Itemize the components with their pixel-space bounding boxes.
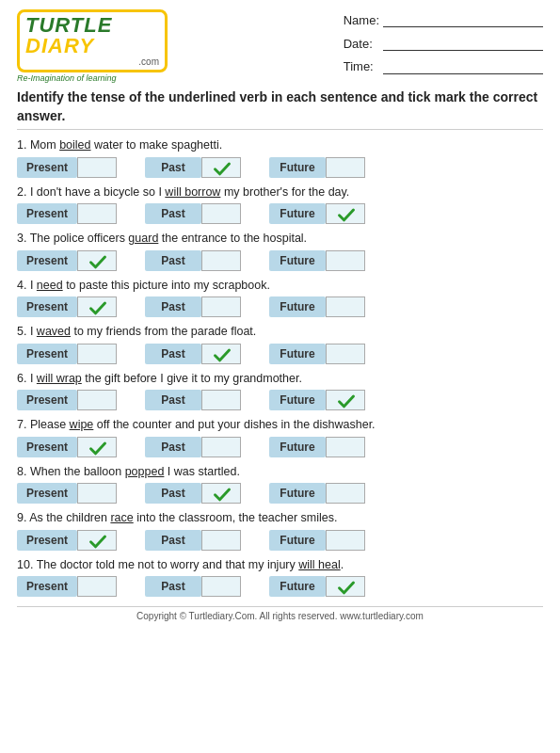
question-1: 1. Mom boiled water to make spaghetti.Pr… — [17, 137, 543, 178]
option-checkbox-future[interactable] — [326, 344, 365, 364]
question-text-3: 3. The police officers guard the entranc… — [17, 231, 543, 248]
option-btn-past[interactable]: Past — [145, 344, 201, 364]
option-checkbox-present[interactable] — [77, 250, 117, 271]
option-checkbox-present[interactable] — [77, 296, 117, 317]
option-group-future: Future — [269, 437, 365, 457]
logo-box: TURTLE DIARY .com — [17, 9, 168, 72]
option-btn-future[interactable]: Future — [269, 250, 326, 271]
option-btn-past[interactable]: Past — [145, 576, 201, 597]
option-btn-past[interactable]: Past — [145, 296, 201, 317]
options-row-10: PresentPastFuture — [17, 576, 543, 597]
option-btn-future[interactable]: Future — [269, 530, 326, 551]
instructions: Identify the tense of the underlined ver… — [17, 88, 543, 130]
option-group-past: Past — [145, 203, 241, 224]
option-checkbox-past[interactable] — [201, 530, 241, 551]
time-label: Time: — [344, 56, 379, 79]
option-checkbox-present[interactable] — [77, 437, 117, 457]
underlined-verb: guard — [128, 232, 158, 245]
options-row-7: PresentPastFuture — [17, 437, 543, 457]
option-btn-future[interactable]: Future — [269, 157, 326, 178]
question-7: 7. Please wipe off the counter and put y… — [17, 417, 543, 457]
option-checkbox-past[interactable] — [201, 344, 241, 364]
checkmark-icon — [327, 204, 366, 225]
option-checkbox-future[interactable] — [326, 296, 365, 317]
option-checkbox-past[interactable] — [201, 576, 241, 597]
option-checkbox-present[interactable] — [77, 576, 117, 597]
option-checkbox-past[interactable] — [201, 296, 241, 317]
option-btn-present[interactable]: Present — [17, 296, 77, 317]
option-checkbox-past[interactable] — [201, 203, 241, 224]
checkmark-icon — [78, 297, 118, 318]
footer: Copyright © Turtlediary.Com. All rights … — [17, 606, 543, 621]
option-checkbox-past[interactable] — [201, 483, 241, 504]
question-8: 8. When the balloon popped I was startle… — [17, 464, 543, 505]
option-checkbox-future[interactable] — [326, 576, 365, 597]
option-group-present: Present — [17, 437, 117, 457]
option-checkbox-future[interactable] — [326, 390, 365, 410]
option-btn-past[interactable]: Past — [145, 483, 201, 504]
option-group-future: Future — [269, 296, 365, 317]
option-btn-past[interactable]: Past — [145, 530, 201, 551]
option-checkbox-future[interactable] — [326, 530, 365, 551]
option-checkbox-future[interactable] — [326, 437, 365, 457]
option-group-past: Past — [145, 530, 241, 551]
option-btn-present[interactable]: Present — [17, 530, 77, 551]
option-btn-present[interactable]: Present — [17, 344, 77, 364]
option-checkbox-past[interactable] — [201, 157, 241, 178]
option-checkbox-present[interactable] — [77, 157, 117, 178]
option-btn-future[interactable]: Future — [269, 203, 326, 224]
option-checkbox-future[interactable] — [326, 250, 365, 271]
option-btn-present[interactable]: Present — [17, 437, 77, 457]
question-3: 3. The police officers guard the entranc… — [17, 231, 543, 271]
underlined-verb: will wrap — [37, 372, 82, 385]
option-checkbox-present[interactable] — [77, 483, 117, 504]
option-checkbox-past[interactable] — [201, 390, 241, 410]
underlined-verb: waved — [37, 325, 71, 338]
underlined-verb: popped — [125, 465, 165, 478]
question-10: 10. The doctor told me not to worry and … — [17, 557, 543, 598]
option-checkbox-present[interactable] — [77, 530, 117, 551]
question-text-8: 8. When the balloon popped I was startle… — [17, 464, 543, 481]
option-group-future: Future — [269, 203, 365, 224]
option-btn-future[interactable]: Future — [269, 390, 326, 410]
question-number: 6. — [17, 372, 30, 385]
option-group-present: Present — [17, 203, 117, 224]
option-btn-past[interactable]: Past — [145, 203, 201, 224]
option-checkbox-present[interactable] — [77, 344, 117, 364]
question-text-1: 1. Mom boiled water to make spaghetti. — [17, 137, 543, 154]
option-btn-present[interactable]: Present — [17, 390, 77, 410]
option-btn-past[interactable]: Past — [145, 157, 201, 178]
option-btn-present[interactable]: Present — [17, 483, 77, 504]
option-checkbox-future[interactable] — [326, 203, 365, 224]
option-btn-past[interactable]: Past — [145, 437, 201, 457]
option-group-future: Future — [269, 390, 365, 410]
option-checkbox-future[interactable] — [326, 157, 365, 178]
option-checkbox-present[interactable] — [77, 390, 117, 410]
option-group-present: Present — [17, 530, 117, 551]
option-btn-future[interactable]: Future — [269, 576, 326, 597]
underlined-verb: need — [37, 279, 63, 292]
option-btn-past[interactable]: Past — [145, 390, 201, 410]
question-text-5: 5. I waved to my friends from the parade… — [17, 324, 543, 341]
option-btn-past[interactable]: Past — [145, 250, 201, 271]
option-btn-present[interactable]: Present — [17, 203, 77, 224]
option-btn-future[interactable]: Future — [269, 344, 326, 364]
question-text-10: 10. The doctor told me not to worry and … — [17, 557, 543, 574]
option-checkbox-future[interactable] — [326, 483, 365, 504]
header: TURTLE DIARY .com Re-Imagination of lear… — [17, 9, 543, 83]
option-btn-future[interactable]: Future — [269, 483, 326, 504]
question-number: 10. — [17, 558, 37, 571]
option-btn-future[interactable]: Future — [269, 437, 326, 457]
option-checkbox-past[interactable] — [201, 437, 241, 457]
option-group-future: Future — [269, 530, 365, 551]
options-row-5: PresentPastFuture — [17, 344, 543, 364]
option-btn-present[interactable]: Present — [17, 157, 77, 178]
option-checkbox-present[interactable] — [77, 203, 117, 224]
question-4: 4. I need to paste this picture into my … — [17, 278, 543, 318]
option-btn-future[interactable]: Future — [269, 296, 326, 317]
option-checkbox-past[interactable] — [201, 250, 241, 271]
option-btn-present[interactable]: Present — [17, 250, 77, 271]
option-btn-present[interactable]: Present — [17, 576, 77, 597]
option-group-past: Past — [145, 296, 241, 317]
checkmark-icon — [202, 158, 242, 179]
